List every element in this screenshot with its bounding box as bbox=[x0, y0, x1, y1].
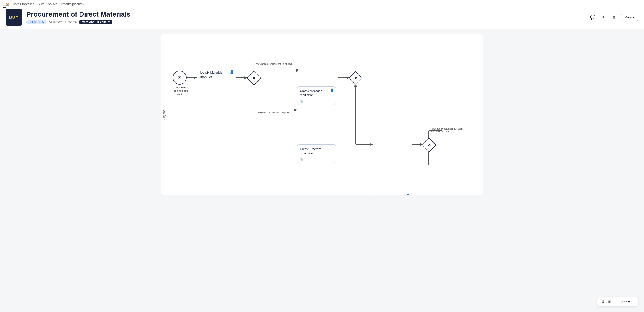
zoom-bar: ⬇ ⊞ − 100% ▾ + bbox=[597, 297, 638, 304]
svg-text:Freetext requesition not re-qu: Freetext requesition not re-quired bbox=[254, 62, 292, 65]
paperclip-icon2: 📎 bbox=[300, 158, 303, 161]
zoom-value: 100% bbox=[619, 300, 627, 303]
swimlane-divider bbox=[168, 108, 483, 108]
header-actions: 💬 👁 ⬆ View ▾ bbox=[589, 13, 638, 21]
gateway1-node[interactable]: ✕ bbox=[248, 72, 260, 84]
process-flow-badge: Process flow bbox=[26, 20, 46, 24]
gateway3-node[interactable]: ✕ bbox=[424, 139, 435, 151]
title-info: Procurement of Direct Materials Process … bbox=[26, 10, 585, 25]
perform-check-node[interactable]: 👤 Perform purchase requisition a factual… bbox=[373, 192, 412, 195]
page-header: 🏠 / Core Processes / SCM / Source / Proc… bbox=[0, 0, 644, 29]
create-pr-title: Create purchase requisition bbox=[300, 89, 333, 97]
svg-text:plete and correct: plete and correct bbox=[430, 130, 449, 133]
gateway2-node[interactable]: ✕ bbox=[350, 72, 361, 84]
gateway1-symbol: ✕ bbox=[252, 76, 256, 80]
chevron-down-icon: ▾ bbox=[633, 16, 634, 19]
user-icon3: 👤 bbox=[406, 194, 410, 195]
title-meta: Process flow Valid from 10/7/2024 Versio… bbox=[26, 20, 585, 25]
breadcrumb-sep2: / bbox=[36, 2, 36, 6]
user-icon2: 👤 bbox=[330, 88, 334, 92]
version-badge[interactable]: Version: 8.0 Valid ▾ bbox=[79, 20, 112, 25]
fit-view-button[interactable]: ⊞ bbox=[607, 299, 612, 304]
svg-text:Purchase requisition not com-: Purchase requisition not com- bbox=[430, 127, 464, 130]
identify-materials-node[interactable]: 👤 Identify Materials Required bbox=[197, 68, 236, 86]
perform-check-title: Perform purchase requisition a factual c… bbox=[376, 194, 409, 195]
swimlane-label: Anyone bbox=[161, 108, 168, 121]
create-pr-node[interactable]: 👤 Create purchase requisition 📎 bbox=[297, 86, 336, 105]
comment-button[interactable]: 💬 bbox=[589, 13, 596, 21]
start-label: Procurement demand deter­mination ... bbox=[173, 86, 191, 96]
flow-container: Freetext requesition not re-quired Freet… bbox=[161, 34, 483, 195]
breadcrumb-scm[interactable]: SCM bbox=[38, 2, 44, 6]
start-envelope-icon: ✉ bbox=[178, 75, 182, 80]
gateway2-symbol: ✕ bbox=[354, 76, 357, 80]
chevron-down-icon: ▾ bbox=[108, 20, 110, 24]
create-freetext-title: Create Freetext requesition bbox=[300, 147, 333, 155]
create-freetext-node[interactable]: Create Freetext requesition 📎 bbox=[297, 144, 336, 163]
valid-date: Valid from 10/7/2024 bbox=[49, 20, 76, 24]
breadcrumb-procure[interactable]: Procure products bbox=[61, 2, 84, 6]
svg-text:Freetext requesition required: Freetext requesition required bbox=[258, 111, 290, 114]
sidebar-toggle[interactable]: ☰ bbox=[2, 5, 7, 11]
flow-arrows: Freetext requesition not re-quired Freet… bbox=[161, 34, 483, 195]
view-button[interactable]: View ▾ bbox=[621, 14, 638, 21]
start-node[interactable]: ✉ Procurement demand deter­mination ... bbox=[173, 71, 191, 96]
breadcrumb-sep4: / bbox=[59, 2, 60, 6]
share-button[interactable]: ⬆ bbox=[611, 13, 617, 21]
canvas-area: Freetext requesition not re-quired Freet… bbox=[0, 29, 644, 304]
identify-materials-title: Identify Materials Required bbox=[200, 71, 233, 79]
breadcrumb-sep3: / bbox=[46, 2, 47, 6]
breadcrumb-sep: / bbox=[10, 2, 12, 6]
zoom-out-button[interactable]: − bbox=[614, 299, 618, 304]
gateway3-symbol: ✕ bbox=[428, 143, 431, 147]
eye-button[interactable]: 👁 bbox=[600, 14, 607, 21]
paperclip-icon: 📎 bbox=[300, 99, 303, 103]
download-button[interactable]: ⬇ bbox=[600, 299, 606, 304]
breadcrumb-source[interactable]: Source bbox=[48, 2, 57, 6]
zoom-dropdown-icon: ▾ bbox=[628, 299, 630, 304]
breadcrumb: 🏠 / Core Processes / SCM / Source / Proc… bbox=[6, 0, 638, 7]
user-icon: 👤 bbox=[230, 70, 234, 74]
breadcrumb-core-processes[interactable]: Core Processes bbox=[13, 2, 34, 6]
cover-image: BUY bbox=[6, 9, 22, 26]
page-title: Procurement of Direct Materials bbox=[26, 10, 585, 18]
title-row: BUY Procurement of Direct Materials Proc… bbox=[6, 7, 638, 29]
zoom-in-button[interactable]: + bbox=[631, 299, 636, 304]
